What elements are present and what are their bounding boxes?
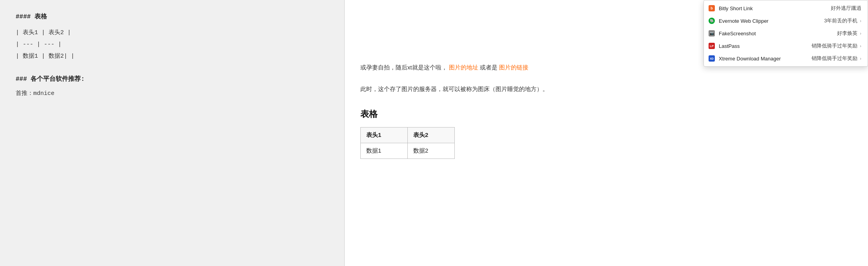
left-editor-panel: #### 表格 | 表头1 | 表头2 | | --- | --- | | 数据… [0, 0, 345, 266]
dropdown-item-lastpass[interactable]: LP LastPass 销降低骑手过年奖励 › [704, 40, 868, 52]
left-table-content: | 表头1 | 表头2 | | --- | --- | | 数据1 | 数据2|… [16, 27, 329, 62]
context-dropdown-menu[interactable]: b Bitly Short Link 好外逃厅躐逍 🐘 Evernote Web… [703, 0, 868, 67]
dropdown-item-bitly-label: Bitly Short Link [719, 5, 753, 11]
lastpass-icon: LP [709, 43, 715, 49]
dropdown-item-fakescreenshot-label: FakeScreenshot [719, 31, 756, 36]
table-header-row: 表头1 表头2 [361, 128, 455, 143]
link-separator: 或者是 [480, 64, 499, 71]
dropdown-item-fakescreenshot-left: 📷 FakeScreenshot [709, 30, 756, 36]
dropdown-item-bitly[interactable]: b Bitly Short Link 好外逃厅躐逍 [704, 2, 868, 15]
table-row: 数据1 数据2 [361, 143, 455, 159]
table-body: 数据1 数据2 [361, 143, 455, 159]
intro-text-middle: 就是这个啦， [412, 64, 447, 71]
table-cell-data2: 数据2 [408, 143, 455, 159]
dropdown-item-lastpass-label: LastPass [719, 43, 740, 49]
link-image-address[interactable]: 图片的地址 [449, 64, 478, 71]
fakescreenshot-icon: 📷 [709, 30, 715, 36]
left-table-heading: #### 表格 [16, 13, 329, 21]
intro-text-start: 或孕妻自拍，随后xt [360, 64, 412, 71]
xdm-icon: XD [709, 55, 715, 62]
right-preview-panel: b Bitly Short Link 好外逃厅躐逍 🐘 Evernote Web… [345, 0, 868, 266]
evernote-icon: 🐘 [709, 18, 715, 24]
rendered-content-area: 或孕妻自拍，随后xt就是这个啦， 图片的地址 或者是 图片的链接 此时，这个存了… [360, 62, 852, 159]
fakescreenshot-chevron-icon: › [860, 31, 861, 36]
dropdown-item-bitly-right: 好外逃厅躐逍 [831, 5, 861, 12]
dropdown-item-xdm[interactable]: XD Xtreme Download Manager 销降低骑手过年奖励 › [704, 52, 868, 65]
left-table-row-1: | 表头1 | 表头2 | [16, 27, 329, 39]
table-header-col2: 表头2 [408, 128, 455, 143]
dropdown-item-xdm-right-label: 销降低骑手过年奖励 [812, 55, 857, 62]
dropdown-item-xdm-left: XD Xtreme Download Manager [709, 55, 781, 62]
dropdown-item-fakescreenshot[interactable]: 📷 FakeScreenshot 好李焕英 › [704, 27, 868, 40]
dropdown-item-lastpass-left: LP LastPass [709, 43, 740, 49]
table-cell-data1: 数据1 [361, 143, 408, 159]
dropdown-item-evernote-right-label: 3年前丢的手机 [824, 17, 857, 24]
left-table-section: #### 表格 | 表头1 | 表头2 | | --- | --- | | 数据… [16, 13, 329, 62]
dropdown-item-lastpass-right-label: 销降低骑手过年奖励 [812, 42, 857, 49]
table-header-col1: 表头1 [361, 128, 408, 143]
bitly-icon: b [709, 5, 715, 11]
dropdown-item-evernote[interactable]: 🐘 Evernote Web Clipper 3年前丢的手机 › [704, 15, 868, 27]
evernote-chevron-icon: › [860, 18, 861, 23]
dropdown-item-lastpass-right: 销降低骑手过年奖励 › [812, 42, 861, 49]
dropdown-item-bitly-right-label: 好外逃厅躐逍 [831, 5, 861, 12]
dropdown-item-fakescreenshot-right-label: 好李焕英 [837, 30, 857, 37]
xdm-chevron-icon: › [860, 56, 861, 61]
left-table-row-3: | 数据1 | 数据2| | [16, 51, 329, 62]
rendered-table-heading: 表格 [360, 108, 852, 120]
rendered-description-paragraph: 此时，这个存了图片的服务器，就可以被称为图床（图片睡觉的地方）。 [360, 84, 852, 94]
dropdown-item-bitly-left: b Bitly Short Link [709, 5, 753, 11]
dropdown-item-evernote-left: 🐘 Evernote Web Clipper [709, 18, 769, 24]
left-platform-body: 首推：mdnice [16, 89, 329, 97]
dropdown-item-fakescreenshot-right: 好李焕英 › [837, 30, 861, 37]
dropdown-item-xdm-right: 销降低骑手过年奖励 › [812, 55, 861, 62]
dropdown-item-evernote-right: 3年前丢的手机 › [824, 17, 861, 24]
dropdown-item-evernote-label: Evernote Web Clipper [719, 18, 769, 24]
left-platform-heading: ### 各个平台软件推荐: [16, 75, 329, 83]
left-platform-section: ### 各个平台软件推荐: 首推：mdnice [16, 75, 329, 97]
link-image-link[interactable]: 图片的链接 [499, 64, 528, 71]
lastpass-chevron-icon: › [860, 44, 861, 48]
rendered-table: 表头1 表头2 数据1 数据2 [360, 127, 455, 159]
rendered-table-section: 表格 表头1 表头2 数据1 数据2 [360, 108, 852, 159]
left-table-row-2: | --- | --- | [16, 39, 329, 51]
dropdown-item-xdm-label: Xtreme Download Manager [719, 56, 781, 62]
